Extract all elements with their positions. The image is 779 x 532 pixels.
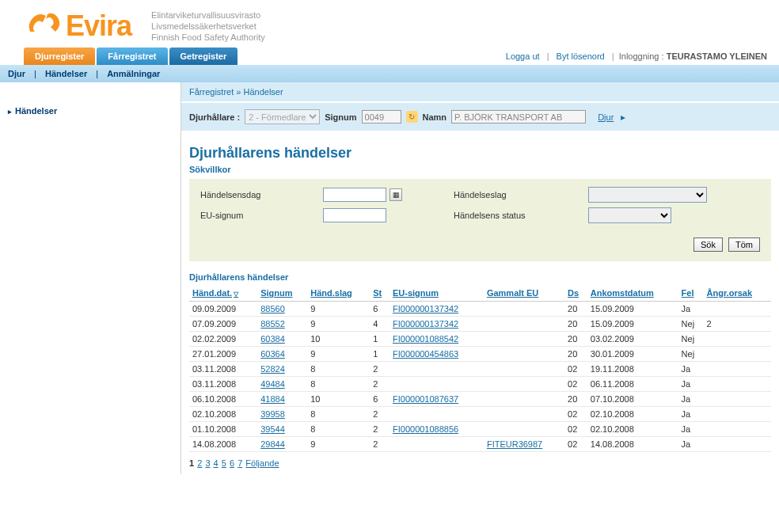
link-eusignum[interactable]: FI000001088542 xyxy=(393,334,458,344)
cell-angr: 2 xyxy=(704,317,771,332)
cell-ankomst: 06.11.2008 xyxy=(587,377,678,392)
search-button[interactable]: Sök xyxy=(694,238,723,252)
refresh-icon[interactable]: ↻ xyxy=(406,111,418,123)
link-gammalteu[interactable]: FITEUR36987 xyxy=(487,439,542,449)
cell-eusignum: FI000000454863 xyxy=(390,347,484,362)
table-row: 03.11.200852824820219.11.2008Ja xyxy=(189,362,771,377)
table-row: 14.08.20082984492FITEUR369870214.08.2008… xyxy=(189,437,771,452)
link-logout[interactable]: Logga ut xyxy=(506,51,540,61)
arrow-right-icon: ▸ xyxy=(621,112,625,123)
cell-gammalteu xyxy=(484,317,564,332)
col-handslag[interactable]: Händ.slag xyxy=(307,285,370,302)
label-eusignum: EU-signum xyxy=(200,211,323,220)
col-angrorsak[interactable]: Ångr.orsak xyxy=(704,285,771,302)
clear-button[interactable]: Töm xyxy=(728,238,760,252)
filter-bar: Djurhållare : 2 - Förmedlare Signum ↻ Na… xyxy=(181,103,779,131)
cell-ds: 20 xyxy=(564,347,587,362)
cell-signum: 88560 xyxy=(257,302,307,317)
link-signum[interactable]: 39544 xyxy=(260,424,285,434)
subnav-djur[interactable]: Djur xyxy=(8,69,25,78)
link-eusignum[interactable]: FI000001088856 xyxy=(393,424,458,434)
tab-getregister[interactable]: Getregister xyxy=(169,48,238,65)
djur-link[interactable]: Djur xyxy=(598,112,614,122)
cell-handdat: 14.08.2008 xyxy=(189,437,257,452)
cell-angr xyxy=(704,422,771,437)
link-eusignum[interactable]: FI000000454863 xyxy=(393,349,458,359)
col-handdat[interactable]: Händ.dat.▽ xyxy=(189,285,257,302)
input-handelsensdag[interactable] xyxy=(323,188,386,202)
col-eusignum[interactable]: EU-signum xyxy=(390,285,484,302)
djurhallare-select[interactable]: 2 - Förmedlare xyxy=(245,109,320,124)
cell-handslag: 8 xyxy=(307,377,370,392)
sort-desc-icon: ▽ xyxy=(234,291,238,298)
cell-ds: 20 xyxy=(564,317,587,332)
col-signum[interactable]: Signum xyxy=(257,285,307,302)
pager-page[interactable]: 4 xyxy=(214,458,218,468)
select-handelseslag[interactable] xyxy=(588,187,707,203)
link-signum[interactable]: 52824 xyxy=(260,364,285,374)
pager-page[interactable]: 2 xyxy=(197,458,202,468)
cell-fel: Ja xyxy=(678,302,704,317)
cell-gammalteu: FITEUR36987 xyxy=(484,437,564,452)
sokvillkor-label: Sökvillkor xyxy=(181,165,779,179)
cell-ds: 02 xyxy=(564,407,587,422)
cell-signum: 49484 xyxy=(257,377,307,392)
namn-input[interactable] xyxy=(451,110,586,124)
cell-ankomst: 15.09.2009 xyxy=(587,317,678,332)
col-st[interactable]: St xyxy=(370,285,390,302)
link-changepw[interactable]: Byt lösenord xyxy=(557,51,605,61)
label-handelsensdag: Händelsensdag xyxy=(200,190,323,200)
pager-page[interactable]: 1 xyxy=(189,458,194,468)
cell-signum: 39544 xyxy=(257,422,307,437)
tab-djurregister[interactable]: Djurregister xyxy=(24,48,95,65)
link-signum[interactable]: 41884 xyxy=(260,394,285,404)
cell-st: 2 xyxy=(370,377,390,392)
cell-ds: 20 xyxy=(564,302,587,317)
cell-handdat: 27.01.2009 xyxy=(189,347,257,362)
link-signum[interactable]: 60384 xyxy=(260,334,285,344)
calendar-icon[interactable]: ▦ xyxy=(390,188,402,201)
cell-signum: 29844 xyxy=(257,437,307,452)
col-fel[interactable]: Fel xyxy=(678,285,704,302)
table-row: 03.11.200849484820206.11.2008Ja xyxy=(189,377,771,392)
link-signum[interactable]: 29844 xyxy=(260,439,285,449)
pager-page[interactable]: 7 xyxy=(238,458,242,468)
label-handelseslag: Händelseslag xyxy=(454,190,588,200)
subnav-handelser[interactable]: Händelser xyxy=(45,69,87,78)
subnav-anmalningar[interactable]: Anmälningar xyxy=(107,69,160,78)
link-signum[interactable]: 60364 xyxy=(260,349,285,359)
breadcrumb-root[interactable]: Fårregistret xyxy=(189,87,234,97)
cell-eusignum xyxy=(390,407,484,422)
col-ankomstdatum[interactable]: Ankomstdatum xyxy=(587,285,678,302)
cell-handdat: 09.09.2009 xyxy=(189,302,257,317)
table-row: 01.10.20083954482FI0000010888560202.10.2… xyxy=(189,422,771,437)
col-gammalteu[interactable]: Gammalt EU xyxy=(484,285,564,302)
col-ds[interactable]: Ds xyxy=(564,285,587,302)
link-signum[interactable]: 49484 xyxy=(260,379,285,389)
cell-gammalteu xyxy=(484,377,564,392)
input-eusignum[interactable] xyxy=(323,208,386,222)
cell-handslag: 10 xyxy=(307,392,370,407)
pager-next[interactable]: Följande xyxy=(245,458,279,468)
pager-page[interactable]: 5 xyxy=(222,458,226,468)
link-signum[interactable]: 39958 xyxy=(260,409,285,419)
signum-label: Signum xyxy=(325,112,356,122)
cell-signum: 88552 xyxy=(257,317,307,332)
tab-farregistret[interactable]: Fårregistret xyxy=(97,48,167,65)
select-handelsensstatus[interactable] xyxy=(588,207,671,223)
pager-page[interactable]: 6 xyxy=(230,458,234,468)
cell-handdat: 02.02.2009 xyxy=(189,332,257,347)
link-eusignum[interactable]: FI000001087637 xyxy=(393,394,458,404)
pager-page[interactable]: 3 xyxy=(205,458,210,468)
cell-ankomst: 02.10.2008 xyxy=(587,422,678,437)
cell-gammalteu xyxy=(484,407,564,422)
cell-fel: Ja xyxy=(678,377,704,392)
signum-input[interactable] xyxy=(362,110,401,124)
breadcrumb-sep: » xyxy=(236,87,241,97)
link-signum[interactable]: 88552 xyxy=(260,319,285,329)
link-eusignum[interactable]: FI000000137342 xyxy=(393,319,458,329)
link-signum[interactable]: 88560 xyxy=(260,304,285,314)
cell-gammalteu xyxy=(484,362,564,377)
sidebar-item-handelser[interactable]: Händelser xyxy=(8,106,180,116)
link-eusignum[interactable]: FI000000137342 xyxy=(393,304,458,314)
